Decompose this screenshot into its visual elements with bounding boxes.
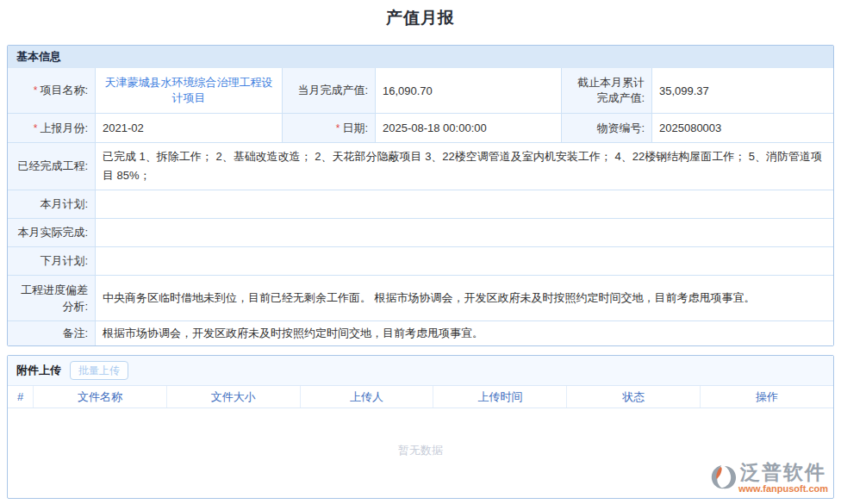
fanpu-logo-icon [711, 464, 737, 495]
empty-data-text: 暂无数据 [8, 443, 833, 458]
vendor-website: www.fanpusoft.com [738, 483, 828, 495]
cumulative-output-value: 35,099.37 [652, 68, 833, 113]
month-plan-label: 本月计划: [8, 190, 96, 218]
date-value: 2025-08-18 00:00:00 [376, 114, 562, 142]
row-month-actual: 本月实际完成: [8, 218, 833, 246]
row-deviation-analysis: 工程进度偏差分析: 中央商务区临时借地未到位，目前已经无剩余工作面。 根据市场协… [8, 275, 833, 320]
project-name-link[interactable]: 天津蒙城县水环境综合治理工程设计项目 [103, 75, 275, 105]
report-month-value: 2021-02 [96, 114, 283, 142]
column-header-index: # [8, 386, 34, 408]
material-no-label: 物资编号: [562, 114, 652, 142]
remark-value: 根据市场协调会，开发区政府未及时按照约定时间交地，目前考虑甩项事宜。 [96, 321, 833, 345]
row-completed-work: 已经完成工程: 已完成 1、拆除工作； 2、基础改造改造； 2、天花部分隐蔽项目… [8, 142, 833, 190]
row-month-date: * 上报月份: 2021-02 * 日期: 2025-08-18 00:00:0… [8, 113, 833, 142]
row-remark: 备注: 根据市场协调会，开发区政府未及时按照约定时间交地，目前考虑甩项事宜。 [8, 320, 833, 345]
report-month-label: * 上报月份: [8, 114, 96, 142]
row-project-output: * 项目名称: 天津蒙城县水环境综合治理工程设计项目 当月完成产值: 16,09… [8, 68, 833, 113]
required-asterisk: * [336, 122, 340, 134]
column-header-file-name: 文件名称 [34, 386, 167, 408]
vendor-logo: 泛普软件 www.fanpusoft.com [711, 463, 828, 495]
column-header-status: 状态 [567, 386, 701, 408]
batch-upload-button[interactable]: 批量上传 [70, 361, 128, 380]
month-output-label: 当月完成产值: [283, 68, 376, 113]
basic-info-section-title: 基本信息 [8, 46, 833, 68]
row-month-plan: 本月计划: [8, 190, 833, 218]
material-no-value: 2025080003 [652, 114, 833, 142]
month-output-value: 16,090.70 [376, 68, 562, 113]
column-header-uploader: 上传人 [301, 386, 434, 408]
column-header-upload-time: 上传时间 [433, 386, 567, 408]
project-name-cell: 天津蒙城县水环境综合治理工程设计项目 [96, 68, 283, 113]
attachments-section-title: 附件上传 [16, 363, 61, 378]
remark-label: 备注: [8, 321, 96, 345]
column-header-actions: 操作 [701, 386, 833, 408]
attachments-header: 附件上传 批量上传 [8, 356, 833, 385]
completed-work-value: 已完成 1、拆除工作； 2、基础改造改造； 2、天花部分隐蔽项目 3、22楼空调… [96, 143, 833, 190]
date-label: * 日期: [283, 114, 376, 142]
completed-work-label: 已经完成工程: [8, 143, 96, 190]
deviation-analysis-value: 中央商务区临时借地未到位，目前已经无剩余工作面。 根据市场协调会，开发区政府未及… [96, 276, 833, 320]
vendor-logo-text: 泛普软件 [740, 463, 826, 482]
month-actual-value [96, 219, 833, 246]
basic-info-section: 基本信息 * 项目名称: 天津蒙城县水环境综合治理工程设计项目 当月完成产值: … [7, 45, 834, 346]
page-title: 产值月报 [0, 0, 841, 29]
row-next-month-plan: 下月计划: [8, 246, 833, 275]
required-asterisk: * [34, 84, 38, 96]
month-plan-value [96, 190, 833, 218]
month-actual-label: 本月实际完成: [8, 219, 96, 246]
cumulative-output-label: 截止本月累计完成产值: [562, 68, 652, 113]
project-name-label: * 项目名称: [8, 68, 96, 113]
attachments-table-body: 暂无数据 泛普软件 www.fanpusoft.com [8, 408, 833, 497]
next-month-plan-value [96, 247, 833, 275]
attachments-section: 附件上传 批量上传 # 文件名称 文件大小 上传人 上传时间 状态 操作 暂无数… [7, 355, 834, 499]
column-header-file-size: 文件大小 [167, 386, 301, 408]
deviation-analysis-label: 工程进度偏差分析: [8, 276, 96, 320]
attachments-table-header: # 文件名称 文件大小 上传人 上传时间 状态 操作 [8, 385, 833, 408]
next-month-plan-label: 下月计划: [8, 247, 96, 275]
required-asterisk: * [34, 122, 38, 134]
